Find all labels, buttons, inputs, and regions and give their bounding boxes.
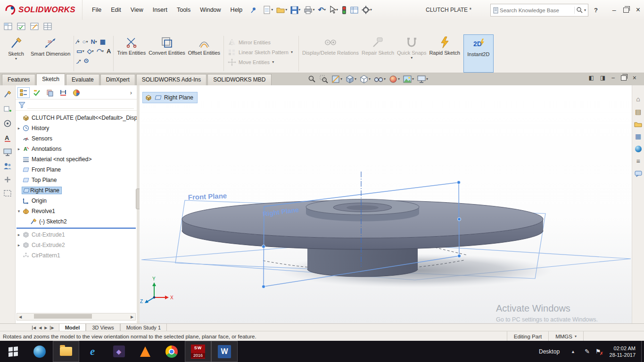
menu-file[interactable]: File <box>87 4 106 16</box>
taskbar-word[interactable]: W <box>211 341 238 362</box>
first-tab-icon[interactable]: ◀ <box>32 326 36 330</box>
tab-3d-views[interactable]: 3D Views <box>86 324 120 331</box>
sketch-pattern-button[interactable]: ▦ <box>99 38 106 46</box>
taskbar-chrome[interactable] <box>158 341 185 362</box>
previous-tab-icon[interactable]: ◀ <box>39 326 41 330</box>
chevron-down-icon[interactable]: ▾ <box>370 8 372 12</box>
model-canvas[interactable]: Front Plane Right Plane Y X Z <box>140 85 632 323</box>
rollback-bar[interactable] <box>17 228 136 229</box>
scroll-left-icon[interactable]: ◀ <box>17 315 24 319</box>
print-button[interactable]: ▾ <box>303 5 315 15</box>
expand-pane-icon[interactable]: › <box>127 89 135 96</box>
chevron-down-icon[interactable]: ▾ <box>78 40 80 44</box>
displaymanager-tab[interactable] <box>70 87 83 98</box>
tree-row-origin[interactable]: Origin <box>16 196 137 206</box>
chevron-down-icon[interactable]: ▾ <box>411 56 413 60</box>
expand-arrow-icon[interactable]: ▸ <box>16 147 22 151</box>
close-document-icon[interactable]: × <box>633 74 636 82</box>
tree-row-right-plane[interactable]: Right Plane <box>16 185 137 196</box>
tree-row-front-plane[interactable]: Front Plane <box>16 165 137 175</box>
chevron-down-icon[interactable]: ▾ <box>355 77 356 81</box>
menu-help[interactable]: Help <box>226 4 248 16</box>
chevron-down-icon[interactable]: ▾ <box>324 8 326 12</box>
expand-arrow-icon[interactable]: ▸ <box>16 243 22 247</box>
chevron-down-icon[interactable]: ▾ <box>15 57 17 61</box>
minimize-window-icon[interactable]: – <box>612 6 616 14</box>
target-icon[interactable] <box>3 119 12 128</box>
spline-tool-button[interactable]: N▾ <box>90 38 97 46</box>
cell-grid-icon[interactable] <box>4 23 12 30</box>
undo-button[interactable]: ↶ ▾ <box>317 5 327 15</box>
menu-view[interactable]: View <box>126 4 148 16</box>
open-document-button[interactable]: ▾ <box>275 5 288 15</box>
taskbar-vlc[interactable] <box>132 341 158 362</box>
action-center-flag-icon[interactable]: ⚑✗ <box>595 348 601 355</box>
arc-tool-button[interactable]: ◠▾ <box>96 47 104 55</box>
chevron-down-icon[interactable]: ▾ <box>86 40 88 44</box>
tree-filter-input[interactable] <box>27 101 134 109</box>
selected-tree-item[interactable]: Right Plane <box>22 187 62 194</box>
section-view-button[interactable]: ▾ <box>331 74 343 84</box>
tree-row-cut-extrude2[interactable]: ▸ Cut-Extrude2 <box>16 240 137 250</box>
chevron-down-icon[interactable]: ▾ <box>412 77 414 81</box>
forum-chat-icon[interactable] <box>635 171 642 177</box>
new-document-button[interactable]: ▾ <box>262 5 274 16</box>
solidworks-resources-home-icon[interactable]: ⌂ <box>636 96 640 103</box>
tree-row-sketch2[interactable]: (-) Sketch2 <box>16 216 137 227</box>
taskbar-file-explorer[interactable] <box>53 341 79 362</box>
desktop-label[interactable]: Desktop <box>532 348 566 355</box>
view-palette-icon[interactable]: ▦ <box>635 133 641 140</box>
tree-row-cut-extrude1[interactable]: ▸ Cut-Extrude1 <box>16 230 137 240</box>
chevron-down-icon[interactable]: ▾ <box>291 50 293 54</box>
search-button[interactable]: ▾ <box>574 7 586 14</box>
tab-evaluate[interactable]: Evaluate <box>66 74 99 85</box>
dimxpertmanager-tab[interactable] <box>57 87 69 98</box>
tab-motion-study-1[interactable]: Motion Study 1 <box>120 324 167 331</box>
offset-entities-button[interactable]: Offset Entities <box>187 34 222 73</box>
scroll-right-icon[interactable]: ▶ <box>129 315 135 319</box>
configurationmanager-tab[interactable] <box>44 87 56 98</box>
minimize-document-icon[interactable]: – <box>611 74 615 81</box>
show-hidden-icons-icon[interactable]: ▲ <box>566 349 580 354</box>
collapse-pane-left-icon[interactable]: ◧ <box>588 74 594 81</box>
tree-row-sensors[interactable]: Sensors <box>16 133 137 144</box>
file-explorer-icon[interactable] <box>634 121 642 127</box>
tab-features[interactable]: Features <box>2 74 35 85</box>
menu-window[interactable]: Window <box>195 4 225 16</box>
view-orientation-button[interactable]: ▾ <box>345 74 357 84</box>
chevron-down-icon[interactable]: ▾ <box>79 59 81 63</box>
edit-appearance-button[interactable]: ▾ <box>388 74 400 84</box>
menu-edit[interactable]: Edit <box>106 4 126 16</box>
tab-solidworks-addins[interactable]: SOLIDWORKS Add-Ins <box>136 74 206 85</box>
pencil-icon[interactable] <box>3 90 12 99</box>
view-settings-button[interactable]: ▾ <box>417 75 429 83</box>
sketch-button[interactable]: Sketch ▾ <box>3 34 29 73</box>
taskbar-browser-globe[interactable] <box>26 341 53 362</box>
chevron-down-icon[interactable]: ▾ <box>102 49 104 53</box>
chevron-down-icon[interactable]: ▾ <box>575 335 577 338</box>
tree-horizontal-scrollbar[interactable]: ◀ ▶ <box>17 313 136 321</box>
rebuild-button[interactable] <box>340 5 348 16</box>
quick-snaps-button[interactable]: Quick Snaps ▾ <box>396 34 428 73</box>
instant2d-button[interactable]: 2D Instant2D <box>463 34 494 73</box>
start-button[interactable] <box>0 341 26 362</box>
apply-scene-button[interactable]: ▾ <box>403 74 414 84</box>
tree-row-material[interactable]: Material <not specified> <box>16 154 137 165</box>
chevron-down-icon[interactable]: ▾ <box>95 40 97 44</box>
chevron-down-icon[interactable]: ▾ <box>298 8 300 12</box>
scrollbar-thumb[interactable] <box>34 314 92 319</box>
tree-row-top-plane[interactable]: Top Plane <box>16 175 137 185</box>
collapse-pane-right-icon[interactable]: ◨ <box>600 74 605 81</box>
design-library-icon[interactable]: ▤ <box>635 108 641 115</box>
collaborate-people-icon[interactable] <box>3 162 12 170</box>
chevron-down-icon[interactable]: ▾ <box>426 77 428 81</box>
show-desktop-button[interactable] <box>641 341 644 362</box>
next-tab-icon[interactable]: ▶ <box>44 326 47 330</box>
fillet-tool-button[interactable]: ◞▾ <box>76 57 81 65</box>
convert-entities-button[interactable]: Convert Entities <box>147 34 187 73</box>
chevron-down-icon[interactable]: ▾ <box>83 49 84 53</box>
chevron-down-icon[interactable]: ▾ <box>92 49 94 53</box>
taskbar-app-purple[interactable]: ◆ <box>106 341 132 362</box>
move-entities-button[interactable]: Move Entities ▾ <box>226 58 297 66</box>
rectangle-tool-button[interactable]: ▭▾ <box>76 47 84 55</box>
